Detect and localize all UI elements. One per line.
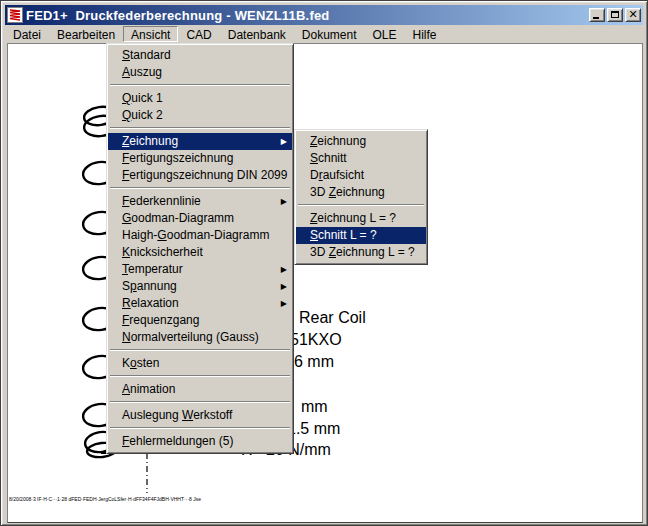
menu-item-label: Zeichnung	[310, 134, 366, 148]
drawing-footer-text: 8/20/2008·3 IF·H·C···1·28 dFED·FEDH·Jerg…	[9, 496, 201, 501]
menu-separator	[110, 427, 290, 429]
zeichnung-submenu-item-3d-zeichnung[interactable]: 3D Zeichnung	[296, 184, 426, 201]
ansicht-menu-item-relaxation[interactable]: Relaxation▶	[108, 295, 292, 312]
ansicht-menu-item-knicksicherheit[interactable]: Knicksicherheit	[108, 244, 292, 261]
ansicht-menu-item-animation[interactable]: Animation	[108, 381, 292, 398]
zeichnung-submenu-item-zeichnung-l[interactable]: Zeichnung L = ?	[296, 210, 426, 227]
menu-item-label: Quick 2	[122, 108, 163, 122]
menu-separator	[110, 187, 290, 189]
menubar-item-bearbeiten[interactable]: Bearbeiten	[49, 26, 123, 42]
drawing-text: Rear Coil	[299, 309, 366, 327]
drawing-text: 51KXO	[290, 331, 342, 349]
menu-item-label: Goodman-Diagramm	[122, 211, 234, 225]
menu-item-label: Kosten	[122, 356, 159, 370]
app-window: FED1+ Druckfederberechnung - WENZL11B.fe…	[0, 0, 648, 526]
title-bar: FED1+ Druckfederberechnung - WENZL11B.fe…	[5, 5, 643, 25]
menu-item-label: Haigh-Goodman-Diagramm	[122, 228, 269, 242]
menu-item-label: Federkennlinie	[122, 194, 201, 208]
menu-item-label: Temperatur	[122, 262, 183, 276]
close-button[interactable]: ✕	[625, 8, 641, 22]
menu-item-label: Zeichnung	[122, 134, 178, 148]
menu-item-label: Standard	[122, 48, 171, 62]
zeichnung-submenu-item-zeichnung[interactable]: Zeichnung	[296, 133, 426, 150]
ansicht-menu-item-standard[interactable]: Standard	[108, 47, 292, 64]
ansicht-menu-item-normalverteilung-gauss[interactable]: Normalverteilung (Gauss)	[108, 329, 292, 346]
menubar-item-datei[interactable]: Datei	[5, 26, 49, 42]
menu-item-label: Quick 1	[122, 91, 163, 105]
maximize-icon	[611, 11, 619, 18]
ansicht-menu-item-auszug[interactable]: Auszug	[108, 64, 292, 81]
ansicht-menu-item-auslegung-werkstoff[interactable]: Auslegung Werkstoff	[108, 407, 292, 424]
menu-item-label: Relaxation	[122, 296, 179, 310]
submenu-arrow-icon: ▶	[281, 278, 287, 295]
ansicht-menu-item-fertigungszeichnung-din-2099[interactable]: Fertigungszeichnung DIN 2099	[108, 167, 292, 184]
menu-separator	[110, 401, 290, 403]
ansicht-menu-item-haigh-goodman-diagramm[interactable]: Haigh-Goodman-Diagramm	[108, 227, 292, 244]
menubar-item-dokument[interactable]: Dokument	[294, 26, 365, 42]
menu-item-label: Normalverteilung (Gauss)	[122, 330, 259, 344]
menu-item-label: 3D Zeichnung L = ?	[310, 245, 415, 259]
ansicht-menu-item-federkennlinie[interactable]: Federkennlinie▶	[108, 193, 292, 210]
menu-item-label: Fehlermeldungen (5)	[122, 434, 233, 448]
submenu-arrow-icon: ▶	[281, 295, 287, 312]
menubar-item-cad[interactable]: CAD	[178, 26, 219, 42]
menu-separator	[110, 127, 290, 129]
ansicht-menu-item-fehlermeldungen-5[interactable]: Fehlermeldungen (5)	[108, 433, 292, 450]
menubar-item-hilfe[interactable]: Hilfe	[405, 26, 445, 42]
drawing-text: 1.5 mm	[287, 420, 340, 438]
minimize-icon	[593, 17, 599, 19]
ansicht-menu-item-temperatur[interactable]: Temperatur▶	[108, 261, 292, 278]
menu-item-label: Schnitt L = ?	[310, 228, 377, 242]
menu-separator	[110, 349, 290, 351]
minimize-button[interactable]	[589, 8, 605, 22]
menu-item-label: Zeichnung L = ?	[310, 211, 396, 225]
menu-separator	[110, 375, 290, 377]
drawing-text: 6 mm	[294, 353, 334, 371]
ansicht-menu-item-frequenzgang[interactable]: Frequenzgang	[108, 312, 292, 329]
drawing-text: mm	[301, 398, 328, 416]
ansicht-menu-item-kosten[interactable]: Kosten	[108, 355, 292, 372]
submenu-arrow-icon: ▶	[281, 133, 287, 150]
menu-item-label: Draufsicht	[310, 168, 364, 182]
zeichnung-submenu: ZeichnungSchnittDraufsicht3D ZeichnungZe…	[294, 129, 428, 265]
ansicht-menu: StandardAuszugQuick 1Quick 2Zeichnung▶Fe…	[106, 43, 294, 454]
menu-separator	[110, 84, 290, 86]
red-spring-icon	[7, 7, 23, 23]
close-icon: ✕	[626, 8, 640, 21]
zeichnung-submenu-item-draufsicht[interactable]: Draufsicht	[296, 167, 426, 184]
ansicht-menu-item-quick-2[interactable]: Quick 2	[108, 107, 292, 124]
menu-item-label: Spannung	[122, 279, 177, 293]
menu-item-label: 3D Zeichnung	[310, 185, 385, 199]
menu-item-label: Animation	[122, 382, 175, 396]
ansicht-menu-item-zeichnung[interactable]: Zeichnung▶	[108, 133, 292, 150]
menu-item-label: Schnitt	[310, 151, 347, 165]
maximize-button[interactable]	[607, 8, 623, 22]
menu-item-label: Knicksicherheit	[122, 245, 203, 259]
zeichnung-submenu-item-schnitt-l[interactable]: Schnitt L = ?	[296, 227, 426, 244]
ansicht-menu-item-goodman-diagramm[interactable]: Goodman-Diagramm	[108, 210, 292, 227]
zeichnung-submenu-item-3d-zeichnung-l[interactable]: 3D Zeichnung L = ?	[296, 244, 426, 261]
ansicht-menu-item-spannung[interactable]: Spannung▶	[108, 278, 292, 295]
menubar-item-ole[interactable]: OLE	[365, 26, 405, 42]
submenu-arrow-icon: ▶	[281, 261, 287, 278]
menubar-item-datenbank[interactable]: Datenbank	[220, 26, 294, 42]
menu-item-label: Frequenzgang	[122, 313, 199, 327]
menu-item-label: Auszug	[122, 65, 162, 79]
window-title: FED1+ Druckfederberechnung - WENZL11B.fe…	[26, 8, 587, 23]
submenu-arrow-icon: ▶	[281, 193, 287, 210]
menu-separator	[298, 204, 424, 206]
zeichnung-submenu-item-schnitt[interactable]: Schnitt	[296, 150, 426, 167]
menu-item-label: Auslegung Werkstoff	[122, 408, 232, 422]
menubar-item-ansicht[interactable]: Ansicht	[123, 26, 178, 42]
ansicht-menu-item-fertigungszeichnung[interactable]: Fertigungszeichnung	[108, 150, 292, 167]
ansicht-menu-item-quick-1[interactable]: Quick 1	[108, 90, 292, 107]
menu-item-label: Fertigungszeichnung	[122, 151, 233, 165]
menu-bar: DateiBearbeitenAnsichtCADDatenbankDokume…	[5, 25, 643, 43]
menu-item-label: Fertigungszeichnung DIN 2099	[122, 168, 287, 182]
